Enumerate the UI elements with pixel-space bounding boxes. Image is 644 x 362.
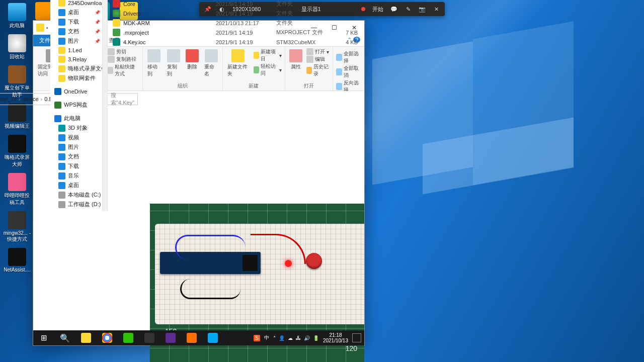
start-button[interactable]: ⊞ (33, 330, 54, 345)
tray-up-icon[interactable]: ˄ (273, 335, 276, 341)
folder-icon (58, 75, 65, 82)
tray-network-icon[interactable]: 🖧 (296, 335, 301, 341)
folder-icon (58, 19, 65, 26)
sidebar-item-label: 本地磁盘 (C:) (68, 191, 101, 199)
sidebar-item-label: 图片 (68, 37, 79, 45)
desktop-icon[interactable]: mingw32... - 快捷方式 (2, 210, 32, 244)
taskbar-chrome[interactable] (97, 330, 118, 345)
taskbar-taskview[interactable] (139, 330, 160, 345)
sidebar-item[interactable]: 视频 (50, 133, 102, 142)
sidebar-item[interactable]: 下载📌 (50, 17, 102, 27)
file-name: Core (123, 1, 135, 7)
app-icon (8, 173, 26, 191)
sidebar-item-label: 3D 对象 (68, 124, 88, 132)
sidebar-item[interactable]: 物联网套件 (50, 73, 102, 83)
folder-icon (58, 47, 65, 54)
taskbar-app1[interactable] (160, 330, 181, 345)
file-icon (113, 19, 120, 27)
sidebar-item[interactable]: 此电脑 (50, 114, 102, 123)
tray-volume-icon[interactable]: 🔊 (304, 335, 310, 341)
sidebar-item[interactable]: 图片📌 (50, 36, 102, 46)
breadcrumb[interactable]: device (22, 96, 40, 102)
edit-icon[interactable]: ✎ (405, 6, 412, 13)
folder-icon (58, 0, 65, 7)
folder-icon (36, 24, 44, 32)
taskbar-search-button[interactable]: 🔍 (54, 330, 75, 345)
folder-icon (54, 115, 61, 122)
tray-cloud-icon[interactable]: ☁ (288, 335, 293, 341)
sidebar-item-label: OneDrive (64, 88, 87, 95)
file-type: MXPROJECT 文件 (276, 29, 333, 36)
taskbar-cubemx[interactable] (202, 330, 223, 345)
file-type: 文件夹 (276, 0, 333, 8)
file-row[interactable]: Drivers2021/9/1 14:19文件夹 (108, 9, 360, 18)
qat-btn[interactable]: ▪ (46, 25, 48, 31)
desktop-icon[interactable]: 回收站 (2, 33, 32, 61)
sidebar-item[interactable]: 桌面 (50, 180, 102, 190)
file-date: 2021/9/1 14:19 (216, 30, 276, 36)
sidebar-item[interactable]: 文档📌 (50, 27, 102, 36)
taskbar[interactable]: ⊞ 🔍 S 中 ˄ 👤 ☁ 🖧 🔊 🔋 21:182021/10/13 (33, 330, 364, 345)
folder-icon (58, 182, 65, 189)
taskbar-app2[interactable] (181, 330, 202, 345)
desktop-icon[interactable]: 嗨格式录屏大师 (2, 134, 32, 169)
file-icon (113, 10, 120, 17)
taskbar-wechat[interactable] (118, 330, 139, 345)
tray-person-icon[interactable]: 👤 (279, 335, 285, 341)
breadcrumb[interactable]: kits_xiaoyi_iot (0, 96, 18, 102)
sidebar-item[interactable]: WPS网盘 (50, 100, 102, 110)
file-list[interactable]: Core2021/9/1 14:19文件夹Drivers2021/9/1 14:… (108, 0, 360, 211)
sidebar-item-label: 图片 (68, 143, 79, 151)
tray-battery-icon[interactable]: 🔋 (313, 335, 319, 341)
camera-icon[interactable]: 📷 (419, 6, 426, 13)
desktop-icon[interactable]: 哔哩哔哩投稿工具 (2, 172, 32, 207)
taskbar-explorer[interactable] (75, 330, 97, 345)
taskbar-clock[interactable]: 21:182021/10/13 (323, 332, 348, 343)
folder-icon (54, 102, 61, 109)
file-row[interactable]: Core2021/9/1 14:19文件夹 (108, 0, 360, 9)
notification-button[interactable] (352, 333, 361, 342)
sidebar-item-label: 桌面 (68, 9, 79, 16)
navigation-pane[interactable]: 快速访问2345Downloac📌桌面📌下载📌文档📌图片📌1.Led3.Rela… (50, 0, 103, 211)
ime-icon[interactable]: S (254, 335, 260, 341)
file-date: 2021/9/1 14:19 (216, 1, 276, 7)
sidebar-item[interactable]: 文档 (50, 152, 102, 161)
desktop-icon[interactable]: NetAssist.... (2, 247, 32, 274)
file-name: .mxproject (123, 30, 149, 36)
icon-label: NetAssist.... (4, 267, 30, 273)
sidebar-item[interactable]: 桌面📌 (50, 8, 102, 17)
sidebar-item-label: 音乐 (68, 172, 79, 179)
folder-icon (58, 125, 65, 132)
file-row[interactable]: .mxproject2021/9/1 14:19MXPROJECT 文件7 KB (108, 28, 360, 37)
nav-back-button[interactable]: ← → ▾ ↑ « kits_xiaoyi_iot› device› 0.Bas… (37, 94, 47, 104)
close-icon[interactable]: ✕ (433, 6, 440, 13)
file-row[interactable]: MDK-ARM2021/10/13 21:17文件夹 (108, 18, 360, 28)
sidebar-item[interactable]: 3.Relay (50, 55, 102, 64)
app-icon (8, 248, 26, 266)
sidebar-item[interactable]: 2345Downloac📌 (50, 0, 102, 8)
sidebar-item[interactable]: 本地磁盘 (C:) (50, 190, 102, 200)
start-record-button[interactable]: 开始 (372, 6, 383, 13)
chat-icon[interactable]: 💬 (390, 6, 397, 13)
sidebar-item[interactable]: 嗨格式录屏文件 (50, 64, 102, 73)
folder-icon (54, 88, 61, 95)
file-name: Drivers (123, 11, 141, 17)
file-date: 2021/9/1 14:19 (216, 39, 276, 45)
file-type: 文件夹 (276, 19, 333, 27)
file-date: 2021/10/13 21:17 (216, 20, 276, 26)
sidebar-item[interactable]: 音乐 (50, 171, 102, 180)
pin-icon: 📌 (95, 10, 100, 15)
sidebar-item[interactable]: OneDrive (50, 87, 102, 96)
file-date: 2021/9/1 14:19 (216, 11, 276, 17)
sidebar-item[interactable]: 工作磁盘 (D:) (50, 200, 102, 209)
sidebar-item[interactable]: 图片 (50, 142, 102, 152)
sidebar-scrollbar[interactable] (103, 0, 108, 211)
desktop-icon[interactable]: 此电脑 (2, 2, 32, 30)
ime-indicator[interactable]: 中 (264, 334, 269, 341)
sidebar-item[interactable]: 下载 (50, 161, 102, 171)
sidebar-item[interactable]: 3D 对象 (50, 123, 102, 133)
push-button (306, 253, 322, 269)
file-row[interactable]: 4.Key.ioc2021/9/1 14:19STM32CubeMX4 KB (108, 37, 360, 47)
sidebar-item[interactable]: 1.Led (50, 46, 102, 55)
desktop-icon[interactable]: 视频编辑王 (2, 103, 32, 131)
